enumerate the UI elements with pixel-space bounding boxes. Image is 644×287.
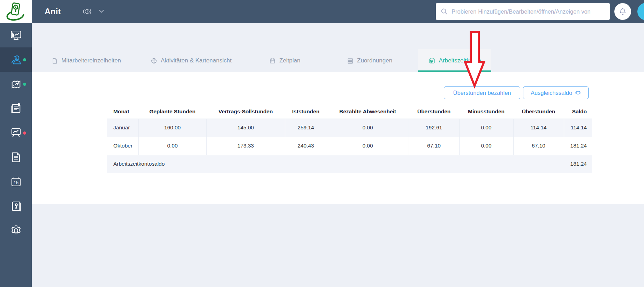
footer-label: Arbeitszeitkontosaldo: [107, 155, 564, 173]
tab-label: Arbeitszeitkonto: [439, 57, 481, 64]
column-header: Geplante Stunden: [138, 105, 206, 119]
global-search: [436, 3, 610, 20]
tab-label: Zeitplan: [279, 57, 300, 64]
table-footer-row: Arbeitszeitkontosaldo 181.24: [107, 155, 592, 173]
sidebar-item-handbook[interactable]: [0, 194, 32, 218]
language-globe-icon[interactable]: [83, 7, 91, 16]
sidebar-item-analytics[interactable]: [0, 121, 32, 145]
presentation-chart-icon: [10, 127, 22, 139]
tab-aktivitaeten-kartenansicht[interactable]: Aktivitäten & Kartenansicht: [151, 49, 232, 72]
column-header: Monat: [107, 105, 138, 119]
svg-text:15: 15: [13, 180, 18, 185]
cell-value: 67.10: [409, 137, 459, 155]
cell-value: 67.10: [513, 137, 564, 155]
footer-value: 181.24: [564, 155, 592, 173]
tab-label: Aktivitäten & Kartenansicht: [161, 57, 232, 64]
cell-value: 0.00: [327, 137, 409, 155]
cell-value: 0.00: [138, 137, 206, 155]
cell-value: 259.14: [285, 119, 327, 137]
sidebar-nav: 15: [0, 23, 32, 287]
sidebar-item-employees[interactable]: [0, 47, 32, 72]
tab-zeitplan[interactable]: Zeitplan: [269, 49, 300, 72]
tab-label: Zuordnungen: [357, 57, 392, 64]
bell-icon: [619, 7, 627, 16]
tab-bar: Mitarbeitereinzelheiten Aktivitäten & Ka…: [32, 23, 644, 72]
tab-mitarbeitereinzelheiten[interactable]: Mitarbeitereinzelheiten: [51, 49, 121, 72]
cell-value: 0.00: [327, 119, 409, 137]
calendar-15-icon: 15: [10, 175, 22, 188]
cell-value: 192.61: [409, 119, 459, 137]
worktime-account-table: Monat Geplante Stunden Vertrags-Sollstun…: [107, 105, 592, 173]
cell-value: 114.14: [513, 119, 564, 137]
balance-button[interactable]: Ausgleichssaldo: [523, 86, 589, 99]
search-input[interactable]: [452, 8, 606, 15]
cell-value: 145.00: [206, 119, 285, 137]
status-dot-green: [23, 83, 26, 86]
cell-month: Januar: [107, 119, 138, 137]
topbar: Anit: [0, 0, 644, 23]
tab-zuordnungen[interactable]: Zuordnungen: [347, 49, 392, 72]
arbeitszeitkonto-panel: Überstunden bezahlen Ausgleichssaldo Mon…: [32, 72, 644, 204]
status-dot-red: [23, 131, 26, 135]
cell-month: Oktober: [107, 137, 138, 155]
notepad-icon: [10, 102, 22, 115]
settings-gear-icon: [10, 224, 22, 237]
sidebar-item-calendar[interactable]: 15: [0, 169, 32, 194]
cell-value: 114.14: [564, 119, 592, 137]
cell-value: 0.00: [459, 137, 513, 155]
handbook-icon: [10, 200, 22, 212]
sidebar-item-reports[interactable]: [0, 96, 32, 121]
sidebar-item-settings[interactable]: [0, 218, 32, 243]
table-row: Januar 160.00 145.00 259.14 0.00 192.61 …: [107, 119, 592, 137]
pay-overtime-label: Überstunden bezahlen: [453, 90, 511, 96]
cell-value: 0.00: [459, 119, 513, 137]
sidebar-item-documents[interactable]: [0, 145, 32, 169]
calendar-icon: [269, 58, 276, 64]
sidebar-item-dashboard[interactable]: [0, 23, 32, 47]
status-dot-green: [23, 58, 26, 61]
globe-icon: [151, 58, 157, 64]
column-header: Minusstunden: [459, 105, 513, 119]
search-icon: [440, 7, 448, 16]
sidebar-item-map[interactable]: [0, 72, 32, 96]
dashboard-chart-icon: [10, 29, 22, 41]
cell-value: 181.24: [564, 137, 592, 155]
cell-value: 160.00: [138, 119, 206, 137]
phone-location-logo-icon: [5, 1, 28, 22]
tab-arbeitszeitkonto-active[interactable]: Arbeitszeitkonto: [418, 49, 491, 72]
cell-value: 240.43: [285, 137, 327, 155]
map-pin-icon: [10, 78, 22, 90]
balance-label: Ausgleichssaldo: [531, 90, 572, 96]
table-row: Oktober 0.00 173.33 240.43 0.00 67.10 0.…: [107, 137, 592, 155]
stack-icon: [347, 58, 354, 64]
brand-title: Anit: [45, 0, 61, 23]
table-header-row: Monat Geplante Stunden Vertrags-Sollstun…: [107, 105, 592, 119]
chevron-down-icon[interactable]: [99, 9, 104, 14]
cell-value: 173.33: [206, 137, 285, 155]
users-icon: [10, 53, 22, 66]
balance-scale-icon: [575, 90, 581, 96]
column-header: Bezahlte Abwesenheit: [327, 105, 409, 119]
column-header: Vertrags-Sollstunden: [206, 105, 285, 119]
pay-overtime-button[interactable]: Überstunden bezahlen: [444, 86, 520, 99]
document-icon: [10, 151, 22, 164]
column-header: Überstunden: [513, 105, 564, 119]
column-header: Saldo: [564, 105, 592, 119]
notifications-button[interactable]: [614, 3, 631, 20]
column-header: Überstunden: [409, 105, 459, 119]
app-logo[interactable]: [0, 0, 32, 23]
calendar-clock-icon: [429, 57, 435, 64]
file-icon: [51, 58, 58, 64]
app-root: Anit: [0, 0, 644, 287]
column-header: Iststunden: [285, 105, 327, 119]
tab-label: Mitarbeitereinzelheiten: [61, 57, 121, 64]
user-avatar[interactable]: [637, 3, 644, 20]
